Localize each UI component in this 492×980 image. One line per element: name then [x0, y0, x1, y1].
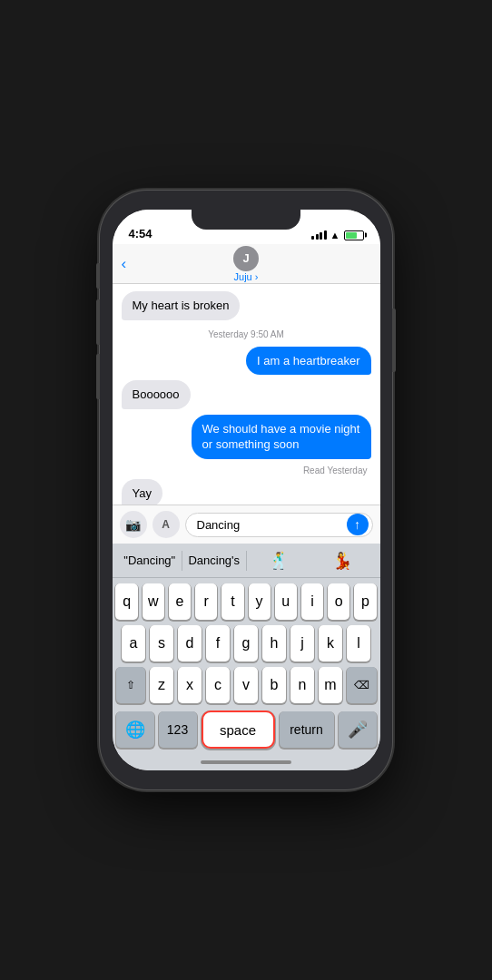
volume-down-button [96, 354, 100, 399]
key-a[interactable]: a [122, 625, 145, 662]
key-n[interactable]: n [290, 667, 314, 703]
key-g[interactable]: g [234, 625, 258, 662]
key-h[interactable]: h [262, 625, 286, 662]
bubble-received-1: My heart is broken [122, 291, 241, 320]
key-w[interactable]: w [143, 583, 164, 620]
contact-name: Juju › [234, 271, 259, 282]
key-k[interactable]: k [319, 625, 342, 662]
power-button [392, 309, 396, 372]
message-row-1: My heart is broken [122, 291, 371, 320]
autocorrect-item-4[interactable]: 💃 [310, 547, 375, 574]
back-button[interactable]: ‹ [122, 255, 127, 273]
key-y[interactable]: y [249, 583, 271, 620]
avatar: J [233, 246, 259, 271]
key-e[interactable]: e [169, 583, 191, 620]
key-v[interactable]: v [234, 667, 258, 703]
delete-key[interactable]: ⌫ [347, 667, 377, 703]
globe-key[interactable]: 🌐 [116, 711, 154, 748]
key-l[interactable]: l [347, 625, 370, 662]
key-p[interactable]: p [354, 583, 376, 620]
key-t[interactable]: t [221, 583, 243, 620]
message-row-5: Yay [122, 479, 371, 505]
autocorrect-item-1[interactable]: "Dancing" [118, 550, 182, 571]
shift-key[interactable]: ⇧ [116, 667, 146, 703]
appstore-button[interactable]: A [153, 511, 180, 538]
wifi-icon: ▲ [330, 230, 340, 240]
key-u[interactable]: u [275, 583, 297, 620]
notch [192, 210, 300, 230]
message-input[interactable]: Dancing [197, 518, 241, 532]
camera-icon: 📷 [125, 517, 141, 532]
keyboard: q w e r t y u i o p a s d f g [113, 578, 380, 754]
home-bar [201, 760, 291, 764]
messages-area: My heart is broken Yesterday 9:50 AM I a… [113, 284, 380, 505]
volume-up-button [96, 299, 100, 345]
key-m[interactable]: m [319, 667, 342, 703]
num-key[interactable]: 123 [159, 711, 197, 748]
battery-icon [344, 230, 364, 240]
message-row-3: Boooooo [122, 380, 371, 409]
autocorrect-item-3[interactable]: 🕺 [247, 547, 311, 574]
autocorrect-item-2[interactable]: Dancing's [182, 550, 247, 571]
contact-info[interactable]: J Juju › [233, 246, 259, 282]
key-z[interactable]: z [150, 667, 173, 703]
key-b[interactable]: b [262, 667, 286, 703]
read-label: Read Yesterday [122, 466, 371, 475]
key-f[interactable]: f [206, 625, 230, 662]
message-input-wrap: Dancing ↑ [185, 513, 373, 537]
camera-button[interactable]: 📷 [120, 511, 147, 538]
key-s[interactable]: s [150, 625, 173, 662]
key-x[interactable]: x [178, 667, 202, 703]
keyboard-row-2: a s d f g h j k l [116, 625, 377, 662]
mute-switch [96, 263, 100, 289]
home-indicator [113, 754, 380, 770]
send-button[interactable]: ↑ [347, 514, 369, 535]
timestamp-1: Yesterday 9:50 AM [122, 329, 371, 339]
key-j[interactable]: j [290, 625, 314, 662]
input-bar: 📷 A Dancing ↑ [113, 505, 380, 544]
keyboard-row-3: ⇧ z x c v b n m ⌫ [116, 667, 377, 703]
key-i[interactable]: i [301, 583, 323, 620]
bubble-received-3: Yay [122, 479, 162, 505]
bubble-sent-1: I am a heartbreaker [246, 347, 370, 376]
return-key[interactable]: return [280, 711, 334, 748]
chat-header: ‹ J Juju › [113, 244, 380, 284]
mic-key[interactable]: 🎤 [339, 711, 377, 748]
key-c[interactable]: c [206, 667, 230, 703]
key-q[interactable]: q [115, 583, 137, 620]
keyboard-bottom-row: 🌐 123 space return 🎤 [113, 710, 380, 754]
autocorrect-bar: "Dancing" Dancing's 🕺 💃 [113, 544, 380, 578]
status-icons: ▲ [311, 230, 363, 240]
message-row-2: I am a heartbreaker [122, 347, 371, 376]
keyboard-row-1: q w e r t y u i o p [116, 583, 377, 620]
status-time: 4:54 [129, 227, 153, 240]
space-key[interactable]: space [202, 710, 275, 749]
appstore-icon: A [162, 518, 170, 531]
signal-icon [311, 230, 327, 240]
key-o[interactable]: o [328, 583, 349, 620]
message-row-4: We should have a movie night or somethin… [122, 415, 371, 459]
key-d[interactable]: d [178, 625, 202, 662]
send-icon: ↑ [354, 518, 360, 531]
bubble-received-2: Boooooo [122, 380, 191, 409]
key-r[interactable]: r [195, 583, 217, 620]
bubble-sent-2: We should have a movie night or somethin… [192, 415, 371, 459]
